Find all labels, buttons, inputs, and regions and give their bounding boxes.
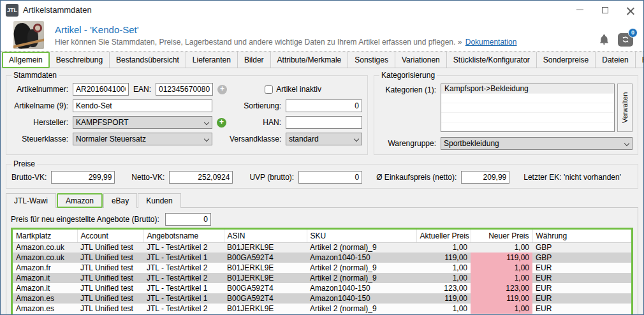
netto-vk-label: Netto-VK: <box>131 173 169 182</box>
tab-dateien[interactable]: Dateien <box>596 52 635 68</box>
maximize-icon <box>602 7 608 13</box>
brutto-vk-input[interactable] <box>51 171 115 184</box>
column-header-martkplatz[interactable]: Martkplatz <box>13 230 77 242</box>
tab-lieferanten[interactable]: Lieferanten <box>186 52 238 68</box>
hersteller-label: Hersteller: <box>11 118 73 127</box>
han-label: HAN: <box>230 118 286 127</box>
column-header-neuer-preis[interactable]: Neuer Preis <box>471 230 532 242</box>
tab-bilder[interactable]: Bilder <box>238 52 271 68</box>
sync-badge: 0 <box>628 28 638 38</box>
marketplace-table-frame: MartkplatzAccountAngebotsnameASINSKUAktu… <box>11 228 633 315</box>
uvp-label: UVP (brutto): <box>249 173 298 182</box>
artikelnummer-input[interactable] <box>73 83 129 96</box>
tab-bestandsübersicht[interactable]: Bestandsübersicht <box>110 52 186 68</box>
link-prefix: » <box>458 38 462 47</box>
artikel-inaktiv-label: Artikel inaktiv <box>276 85 321 94</box>
tab-sonstiges[interactable]: Sonstiges <box>348 52 395 68</box>
uvp-input[interactable] <box>298 171 362 184</box>
artikelnummer-label: Artikelnummer: <box>11 85 73 94</box>
table-row[interactable]: Amazon.esJTL Unified testJTL - TestArtik… <box>13 293 631 304</box>
page-subtitle: Hier können Sie Stammdaten, Preise, Lage… <box>55 38 516 47</box>
ean-input[interactable] <box>156 83 213 96</box>
stammdaten-group: Stammdaten Artikelnummer: EAN: Artikel i… <box>6 71 368 155</box>
tab-variationen[interactable]: Variationen <box>395 52 447 68</box>
tab-attribute-merkmale[interactable]: Attribute/Merkmale <box>271 52 349 68</box>
table-row[interactable]: Amazon.itJTL Unified testJTL - TestArtik… <box>13 273 631 283</box>
column-header-aktueller-preis[interactable]: Aktueller Preis <box>416 230 471 242</box>
sync-status[interactable]: 0 <box>618 33 633 47</box>
window-title: Artikelstammdaten <box>23 5 92 15</box>
table-row[interactable]: Amazon.itJTL Unified testJTL - TestArtik… <box>13 283 631 293</box>
tab-stückliste-konfigurator[interactable]: Stückliste/Konfigurator <box>447 52 537 68</box>
maximize-button[interactable] <box>592 1 618 19</box>
kategorie-item[interactable]: Kampfsport->Bekleidung <box>441 84 614 94</box>
jtl-logo: JTL <box>6 4 18 17</box>
kategorien-listbox[interactable]: Kampfsport->Bekleidung <box>441 84 615 132</box>
artikelstammdaten-window: JTL Artikelstammdaten Artikel - 'Kendo-S… <box>0 0 644 315</box>
column-header-angebotsname[interactable]: Angebotsname <box>143 230 224 242</box>
minimize-button[interactable] <box>567 1 592 19</box>
page-header: Artikel - 'Kendo-Set' Hier können Sie St… <box>1 19 643 52</box>
letzter-ek-text: Letzter EK: 'nicht vorhanden' <box>523 173 621 182</box>
hersteller-select[interactable]: KAMPFSPORT <box>73 116 212 129</box>
tab-sonderpreise[interactable]: Sonderpreise <box>537 52 596 68</box>
preise-legend: Preise <box>11 159 37 168</box>
window-controls <box>567 1 643 19</box>
amazon-price-panel: Preis für neu eingestellte Angebote (Bru… <box>6 207 638 315</box>
warengruppe-label: Warengruppe: <box>379 139 441 148</box>
versandklasse-select[interactable]: standard <box>286 133 362 145</box>
tab-ebay[interactable]: eBay <box>103 193 137 208</box>
artikel-inaktiv-checkbox[interactable] <box>265 85 273 94</box>
offer-price-input[interactable] <box>165 213 211 226</box>
main-tab-bar: AllgemeinBeschreibungBestandsübersichtLi… <box>1 52 643 68</box>
chevron-down-icon <box>204 120 209 125</box>
tab-jtl-wawi[interactable]: JTL-Wawi <box>6 193 56 208</box>
marketplace-table: MartkplatzAccountAngebotsnameASINSKUAktu… <box>13 230 631 314</box>
table-row[interactable]: Amazon.esJTL Unified testJTL - TestArtik… <box>13 304 631 314</box>
bell-icon[interactable] <box>598 33 610 46</box>
dokumentation-link[interactable]: Dokumentation <box>465 38 517 47</box>
steuerklasse-select[interactable]: Normaler Steuersatz <box>73 133 212 145</box>
chevron-down-icon <box>624 141 629 146</box>
preise-group: Preise Brutto-VK: Netto-VK: UVP (brutto)… <box>6 159 638 189</box>
artikelname-label: Artikelname (9): <box>11 101 73 110</box>
table-header-row: MartkplatzAccountAngebotsnameASINSKUAktu… <box>13 230 631 242</box>
artikelname-input[interactable] <box>73 99 212 112</box>
close-icon <box>627 6 634 14</box>
tab-beschreibung[interactable]: Beschreibung <box>50 52 110 68</box>
tab-eigene-felder[interactable]: Eigene Felder <box>636 52 644 68</box>
plus-circle-icon[interactable] <box>217 85 227 94</box>
kategorisierung-group: Kategorisierung Kategorien (1): Kampfspo… <box>374 71 638 155</box>
brutto-vk-label: Brutto-VK: <box>11 173 51 182</box>
table-row[interactable]: Amazon.co.ukJTL Unified testJTL - TestAr… <box>13 253 631 263</box>
kategorisierung-legend: Kategorisierung <box>379 71 437 80</box>
add-hersteller-button[interactable] <box>217 118 226 128</box>
page-title: Artikel - 'Kendo-Set' <box>55 24 516 35</box>
column-header-währung[interactable]: Währung <box>532 230 631 242</box>
tab-allgemein[interactable]: Allgemein <box>2 52 50 68</box>
ean-label: EAN: <box>129 85 156 94</box>
column-header-sku[interactable]: SKU <box>307 230 416 242</box>
sortierung-input[interactable] <box>286 99 362 112</box>
minimize-icon <box>576 10 583 10</box>
einkaufspreis-input[interactable] <box>461 171 509 184</box>
versandklasse-label: Versandklasse: <box>230 135 286 143</box>
verwalten-button[interactable]: Verwalten <box>617 84 633 132</box>
table-row[interactable]: Amazon.co.ukJTL Unified testJTL - TestAr… <box>13 242 631 253</box>
table-row[interactable]: Amazon.frJTL Unified testJTL - TestArtik… <box>13 263 631 273</box>
sortierung-label: Sortierung: <box>230 101 286 110</box>
tab-amazon[interactable]: Amazon <box>57 193 103 208</box>
titlebar: JTL Artikelstammdaten <box>1 1 643 19</box>
tab-kunden[interactable]: Kunden <box>138 193 180 208</box>
kategorien-label: Kategorien (1): <box>379 84 441 132</box>
column-header-account[interactable]: Account <box>77 230 143 242</box>
warengruppe-select[interactable]: Sportbekleidung <box>441 137 633 150</box>
chevron-down-icon <box>354 136 359 142</box>
netto-vk-input[interactable] <box>169 171 233 184</box>
steuerklasse-label: Steuerklasse: <box>11 135 73 143</box>
column-header-asin[interactable]: ASIN <box>224 230 307 242</box>
chevron-down-icon <box>204 136 209 142</box>
close-button[interactable] <box>618 1 643 19</box>
han-input[interactable] <box>286 116 362 129</box>
stammdaten-legend: Stammdaten <box>11 71 59 80</box>
